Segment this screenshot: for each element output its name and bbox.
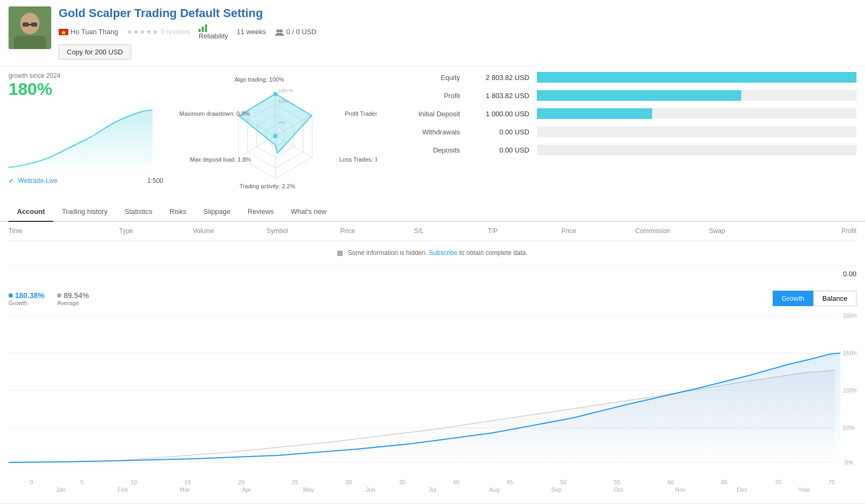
month-mar: Mar [154, 486, 216, 493]
col-swap: Swap [709, 227, 783, 235]
profit-value: 1 803.82 USD [467, 92, 537, 100]
radar-svg: 50% 100+% 0% Algo trading: 100% Profit T… [174, 72, 377, 195]
profit-bar-container [537, 90, 856, 101]
main-chart-svg: 200% 150% 100% 50% 0% [9, 311, 856, 477]
mini-chart-svg [9, 103, 153, 173]
growth-dot [9, 293, 13, 298]
svg-point-23 [273, 92, 277, 96]
mini-chart [9, 103, 153, 173]
profit-bar [537, 90, 741, 101]
check-icon: ✔ [9, 177, 14, 185]
average-value: 89.54% [64, 291, 89, 300]
svg-text:50%: 50% [278, 99, 288, 104]
initial-deposit-label: Initial Deposit [398, 110, 467, 118]
svg-text:100+%: 100+% [278, 88, 293, 93]
tab-statistics[interactable]: Statistics [116, 202, 161, 222]
month-labels: Jan Feb Mar Apr May Jun Jul Aug Sep Oct … [9, 485, 856, 493]
star-rating: ★★★★★ 0 reviews [126, 28, 190, 36]
month-year: Year [773, 486, 835, 493]
leverage: 1:500 [147, 177, 163, 185]
table-section: Time Type Volume Symbol Price S/L T/P Pr… [0, 222, 865, 282]
growth-chart-header: 180.38% Growth 89.54% Average Growth Bal… [9, 291, 856, 306]
withdrawals-bar-container [537, 126, 856, 137]
table-header: Time Type Volume Symbol Price S/L T/P Pr… [9, 222, 856, 241]
tab-account[interactable]: Account [9, 202, 53, 222]
col-sl: S/L [414, 227, 488, 235]
notice-text: Some information is hidden. [348, 249, 427, 257]
bar3 [205, 25, 207, 32]
initial-deposit-bar [537, 108, 652, 119]
initial-deposit-bar-container [537, 108, 856, 119]
svg-text:200%: 200% [843, 313, 856, 319]
bar2 [202, 27, 204, 32]
weeks: 11 weeks [237, 28, 266, 36]
month-nov: Nov [649, 486, 711, 493]
month-jul: Jul [401, 486, 463, 493]
withdrawals-label: Withdrawals [398, 128, 467, 136]
broker-link[interactable]: Weltrade-Live [18, 177, 58, 185]
followers-icon: 0 / 0 USD [275, 28, 316, 36]
svg-point-22 [273, 134, 277, 138]
col-profit: Profit [783, 227, 856, 235]
algo-trading-label: Algo trading: 100% [235, 76, 284, 83]
month-apr: Apr [216, 486, 277, 493]
tabs: Account Trading history Statistics Risks… [0, 202, 865, 222]
initial-deposit-value: 1 000.00 USD [467, 110, 537, 118]
tab-trading-history[interactable]: Trading history [53, 202, 116, 222]
max-drawdown-label: Maximum drawdown: 0.3% [179, 110, 250, 117]
svg-rect-4 [22, 22, 29, 27]
deposits-bar-container [537, 145, 856, 155]
withdrawals-row: Withdrawals 0.00 USD [398, 126, 856, 137]
total-row: 0.00 [9, 265, 856, 282]
header-meta: Ho Tuan Thang ★★★★★ 0 reviews Reliabilit… [59, 23, 856, 40]
month-may: May [277, 486, 339, 493]
x-labels: 0 5 10 15 20 25 30 35 40 45 50 55 60 65 … [9, 477, 856, 485]
equity-value: 2 803.82 USD [467, 74, 537, 82]
header-info: Gold Scalper Trading Default Setting Ho … [59, 6, 856, 60]
reliability-bars [199, 23, 228, 32]
loss-trades-label: Loss Trades: 1.3% [339, 156, 377, 163]
svg-text:100%: 100% [843, 387, 856, 394]
month-sep: Sep [526, 486, 588, 493]
reliability: Reliability [199, 23, 228, 40]
tab-whats-new[interactable]: What's new [282, 202, 335, 222]
main-chart-area: 200% 150% 100% 50% 0% [9, 311, 856, 477]
total-profit: 0.00 [843, 270, 856, 278]
growth-label: Growth [9, 300, 44, 306]
tab-slippage[interactable]: Slippage [195, 202, 239, 222]
header: Gold Scalper Trading Default Setting Ho … [0, 0, 865, 67]
copy-button[interactable]: Copy for 200 USD [59, 44, 131, 60]
author-name: Ho Tuan Thang [70, 28, 118, 36]
col-volume: Volume [193, 227, 266, 235]
svg-point-10 [280, 29, 283, 33]
col-time: Time [9, 227, 119, 235]
growth-button[interactable]: Growth [773, 291, 813, 306]
max-deposit-label: Max deposit load: 1.8% [190, 156, 251, 163]
notice-suffix: to obtain complete data. [459, 249, 528, 257]
chart-footer: ✔ Weltrade-Live 1:500 [9, 177, 163, 185]
svg-marker-21 [239, 94, 312, 153]
growth-buttons: Growth Balance [773, 291, 856, 306]
svg-point-9 [276, 29, 280, 33]
balance-button[interactable]: Balance [813, 291, 856, 306]
growth-stat-main: 180.38% Growth [9, 291, 44, 306]
flag-icon: Ho Tuan Thang [59, 28, 118, 36]
col-price1: Price [340, 227, 414, 235]
subscribe-link[interactable]: Subscribe [429, 249, 457, 257]
svg-text:150%: 150% [843, 350, 856, 356]
growth-percentage: 180% [9, 79, 163, 99]
tab-risks[interactable]: Risks [161, 202, 195, 222]
growth-stat-avg: 89.54% Average [57, 291, 89, 306]
month-dec: Dec [711, 486, 773, 493]
svg-text:0%: 0% [278, 120, 285, 125]
month-jun: Jun [339, 486, 401, 493]
tab-reviews[interactable]: Reviews [239, 202, 282, 222]
col-type: Type [119, 227, 193, 235]
col-commission: Commission [635, 227, 709, 235]
col-tp: T/P [488, 227, 561, 235]
deposits-value: 0.00 USD [467, 146, 537, 154]
profit-row: Profit 1 803.82 USD [398, 90, 856, 101]
svg-text:50%: 50% [843, 425, 855, 431]
month-aug: Aug [464, 486, 526, 493]
growth-value: 180.38% [15, 291, 44, 300]
